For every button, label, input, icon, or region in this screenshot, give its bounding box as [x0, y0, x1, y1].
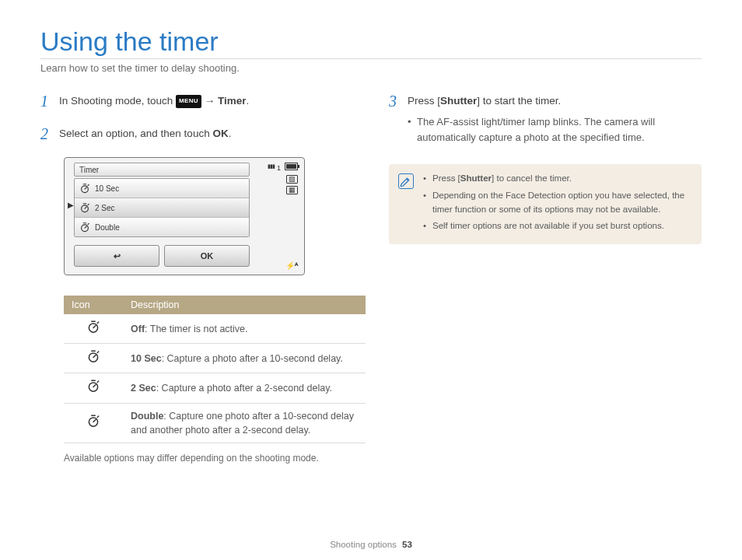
timer-2-icon	[86, 379, 100, 393]
timer-double-icon	[79, 222, 90, 233]
cam-row-label: 2 Sec	[95, 204, 115, 212]
flash-icon: ⚡ᴬ	[285, 261, 298, 270]
table-row: Off: The timer is not active.	[64, 314, 366, 344]
right-column: 3 Press [Shutter] to start the timer. Th…	[389, 93, 702, 464]
row-text: : Capture a photo after a 10-second dela…	[162, 353, 343, 364]
page-footer: Shooting options 53	[0, 540, 742, 549]
row-key: 2 Sec	[131, 383, 156, 394]
page-title: Using the timer	[40, 26, 702, 57]
footer-section: Shooting options	[330, 540, 397, 549]
table-row: 2 Sec: Capture a photo after a 2-second …	[64, 373, 366, 403]
title-rule	[40, 58, 702, 59]
row-text: : Capture a photo after a 2-second delay…	[156, 383, 332, 394]
cam-row-label: Double	[95, 223, 120, 232]
row-key: Double	[131, 411, 163, 422]
cam-ok-button[interactable]: OK	[164, 245, 250, 267]
col-icon: Icon	[64, 296, 123, 314]
page-subtitle: Learn how to set the timer to delay shoo…	[40, 62, 702, 74]
step-3-text-b: ] to start the timer.	[477, 95, 561, 107]
timer-10-icon	[79, 183, 90, 194]
menu-icon: MENU	[176, 95, 201, 108]
cam-row-10sec[interactable]: 10 Sec	[75, 179, 249, 198]
step-1-arrow: →	[205, 95, 218, 107]
step-3-bullet: The AF-assist light/timer lamp blinks. T…	[408, 114, 702, 145]
note-item: Self timer options are not available if …	[423, 219, 692, 233]
timer-2-icon	[79, 202, 90, 213]
note-text: ] to cancel the timer.	[492, 173, 572, 183]
icon-description-table: Icon Description Off: The timer is not a…	[64, 296, 366, 443]
step-1: 1 In Shooting mode, touch MENU → Timer.	[40, 93, 353, 110]
step-number: 2	[40, 125, 51, 142]
step-2-text-a: Select an option, and then touch	[59, 128, 212, 139]
card-icon: ▧	[286, 175, 298, 184]
mode-icon: ▦	[286, 186, 298, 194]
note-item: Depending on the Face Detection option y…	[423, 189, 692, 217]
shot-count: 1	[277, 164, 281, 172]
timer-double-icon	[86, 414, 100, 428]
step-number: 3	[389, 93, 400, 149]
note-pencil-icon	[398, 173, 414, 189]
table-row: Double: Capture one photo after a 10-sec…	[64, 403, 366, 443]
table-caption: Available options may differ depending o…	[64, 453, 353, 464]
step-number: 1	[40, 93, 51, 110]
cam-back-button[interactable]: ↩	[74, 245, 159, 267]
ok-icon: OK	[212, 128, 228, 139]
cam-row-label: 10 Sec	[95, 184, 119, 193]
table-row: 10 Sec: Capture a photo after a 10-secon…	[64, 344, 366, 373]
step-1-text-a: In Shooting mode, touch	[59, 95, 176, 107]
row-text: : Capture one photo after a 10-second de…	[131, 411, 354, 436]
shutter-label: Shutter	[440, 95, 477, 107]
selection-caret-icon: ▶	[68, 201, 74, 209]
bars-icon: ▮▮▮	[268, 163, 275, 170]
camera-screen: Timer ▶ 10 Sec 2 Sec Double ↩ OK	[64, 157, 305, 275]
left-column: 1 In Shooting mode, touch MENU → Timer. …	[40, 93, 353, 464]
row-key: Off	[131, 324, 145, 334]
step-3: 3 Press [Shutter] to start the timer. Th…	[389, 93, 702, 149]
row-text: : The timer is not active.	[145, 324, 247, 334]
cam-option-list: 10 Sec 2 Sec Double	[74, 178, 250, 237]
step-1-timer-label: Timer	[218, 95, 247, 107]
note-box: Press [Shutter] to cancel the timer. Dep…	[389, 164, 702, 244]
note-item: Press [Shutter] to cancel the timer.	[423, 172, 692, 186]
col-desc: Description	[123, 296, 366, 314]
cam-row-double[interactable]: Double	[75, 218, 249, 236]
step-2: 2 Select an option, and then touch OK.	[40, 125, 353, 142]
timer-10-icon	[86, 349, 100, 363]
cam-row-2sec[interactable]: 2 Sec	[75, 198, 249, 218]
battery-icon	[285, 163, 298, 172]
note-shutter-label: Shutter	[460, 173, 492, 183]
page-number: 53	[402, 540, 412, 549]
step-3-text-a: Press [	[408, 95, 440, 107]
row-key: 10 Sec	[131, 353, 162, 364]
cam-title: Timer	[74, 163, 250, 177]
cam-indicators: 1 ▮▮▮ ▧ ▦ ⚡ᴬ	[257, 163, 298, 270]
note-text: Press [	[432, 173, 460, 183]
timer-off-icon	[86, 320, 100, 334]
